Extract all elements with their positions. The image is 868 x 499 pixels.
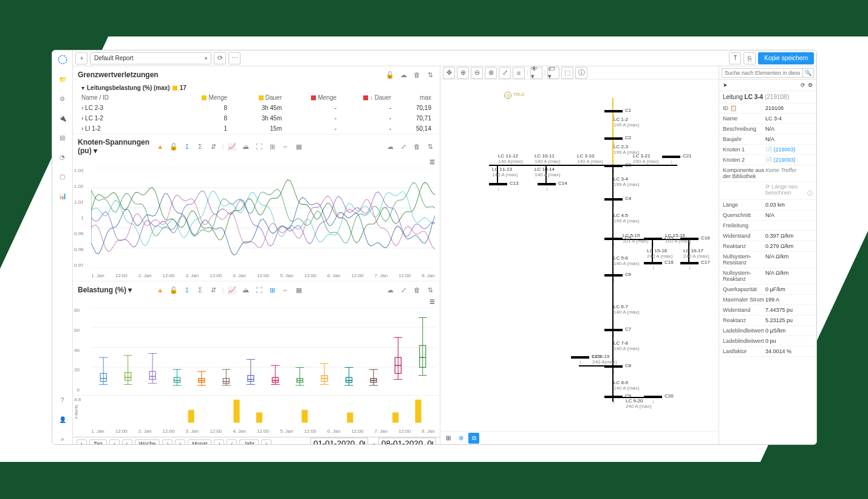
search-button[interactable]: 🔍	[803, 68, 814, 78]
alert-icon[interactable]: ▲	[155, 285, 165, 295]
monitor-icon[interactable]: ▢	[57, 171, 68, 182]
node-C20[interactable]: C20↓	[644, 396, 662, 398]
dist-chart-icon[interactable]: ⛶	[254, 285, 264, 295]
area-chart-icon[interactable]: ⛰	[241, 285, 250, 295]
expand-icon[interactable]: ⤢	[398, 142, 408, 151]
jahr-next[interactable]: ›	[261, 439, 272, 445]
area-chart-icon[interactable]: ⛰	[241, 142, 250, 151]
sigma-icon[interactable]: Σ	[196, 285, 205, 295]
tag-icon[interactable]: 🏷 ▾	[547, 67, 559, 79]
globe-view-button[interactable]: ⊕	[456, 433, 466, 444]
line-chart-icon[interactable]: 📈	[227, 285, 237, 295]
one-icon[interactable]: 1	[182, 285, 192, 295]
fit-icon[interactable]: ⤢	[499, 67, 511, 79]
menu-icon[interactable]: ☰	[429, 298, 435, 305]
tag-next[interactable]: ›	[109, 439, 120, 445]
cloud-download-icon[interactable]: ☁	[385, 142, 395, 151]
report-select[interactable]: Default Report	[90, 52, 211, 64]
select-icon[interactable]: ⬚	[561, 67, 573, 79]
node-C14[interactable]: C14↓	[538, 183, 556, 185]
cloud-download-icon[interactable]: ☁	[398, 70, 408, 80]
node-C2[interactable]: C2↓	[604, 137, 623, 140]
zoom-in-icon[interactable]: ⊕	[457, 67, 469, 79]
table-row[interactable]: › LC 2-383h 45m--70,19	[73, 103, 440, 113]
node-C5[interactable]: C5↓	[604, 238, 623, 240]
trash-icon[interactable]: 🗑	[412, 285, 422, 295]
unlock-icon[interactable]: 🔓	[169, 142, 179, 151]
monat-button[interactable]: Monat	[188, 439, 211, 445]
more-button[interactable]: ⋯	[228, 52, 241, 64]
grid-view-button[interactable]: ⊞	[443, 433, 454, 444]
node-C6[interactable]: C6↓	[604, 274, 623, 277]
table-icon[interactable]: ▦	[294, 142, 304, 151]
unlock-icon[interactable]: 🔓	[385, 70, 395, 80]
node-C21[interactable]: C21↓	[662, 156, 680, 158]
tree-view-button[interactable]: ⧉	[468, 433, 479, 444]
drag-icon[interactable]: ⇅	[425, 70, 435, 80]
cloud-download-icon[interactable]: ☁	[385, 285, 395, 295]
monat-prev[interactable]: ‹	[175, 439, 185, 445]
tag-button[interactable]: Tag	[89, 439, 107, 445]
collapse-icon[interactable]: »	[57, 433, 68, 444]
folder-icon[interactable]: 📁	[57, 74, 68, 84]
send-icon[interactable]: ➤	[723, 82, 728, 88]
monat-next[interactable]: ›	[214, 439, 224, 445]
export-button[interactable]: ⤒	[729, 52, 741, 64]
date-from-input[interactable]	[310, 438, 368, 444]
sort-icon[interactable]: ⇵	[209, 285, 219, 295]
save-copy-button[interactable]: Kopie speichern	[758, 52, 814, 64]
expand-icon[interactable]: ⤢	[398, 285, 408, 295]
layers-icon[interactable]: ≡	[513, 67, 525, 79]
app-logo-icon[interactable]	[57, 54, 68, 65]
eye-icon[interactable]: 👁 ▾	[530, 67, 542, 79]
one-icon[interactable]: 1	[182, 142, 192, 151]
node-C19[interactable]: C19↓	[571, 356, 589, 359]
gear-icon[interactable]: ⚙	[808, 82, 813, 88]
node-C9[interactable]: C9↓	[604, 396, 623, 398]
user-icon[interactable]: 👤	[57, 414, 68, 425]
node-C3[interactable]: C3↓	[604, 165, 623, 167]
clock-icon[interactable]: ◔	[57, 151, 68, 162]
copy-button[interactable]: ⎘	[743, 52, 756, 64]
pan-icon[interactable]: ✥	[443, 67, 455, 79]
network-icon[interactable]: ⚙	[57, 93, 68, 104]
node-C17[interactable]: C17↓	[680, 262, 699, 264]
node-C8[interactable]: C8↓	[604, 365, 623, 368]
box-chart-icon[interactable]: ⊞	[267, 142, 277, 151]
node-C1[interactable]: C1↓	[604, 110, 623, 112]
node-C18[interactable]: C18↓	[644, 262, 662, 264]
unlock-icon[interactable]: 🔓	[169, 285, 179, 295]
prev-button[interactable]: ‹	[77, 439, 87, 445]
violations-subtitle[interactable]: ▾ Leitungsbelastung (%) (max) 17	[73, 83, 440, 92]
node-C13[interactable]: C13↓	[489, 183, 507, 185]
jahr-prev[interactable]: ‹	[227, 439, 237, 445]
box-chart-icon[interactable]: ⊞	[267, 285, 277, 295]
search-input[interactable]	[722, 68, 803, 78]
sort-icon[interactable]: ⇵	[209, 142, 219, 151]
date-to-input[interactable]	[378, 438, 436, 444]
sigma-icon[interactable]: Σ	[196, 142, 205, 151]
line-chart-icon[interactable]: 📈	[227, 142, 237, 151]
drag-icon[interactable]: ⇅	[425, 142, 435, 151]
drag-icon[interactable]: ⇅	[425, 285, 435, 295]
woche-button[interactable]: Woche	[135, 439, 160, 445]
trash-icon[interactable]: 🗑	[412, 70, 422, 80]
chart-icon[interactable]: 📊	[57, 190, 68, 201]
help-icon[interactable]: ?	[57, 394, 68, 405]
table-row[interactable]: › LI 1-2115m--50,14	[73, 123, 440, 134]
trash-icon[interactable]: 🗑	[412, 142, 422, 151]
woche-prev[interactable]: ‹	[122, 439, 132, 445]
info-icon[interactable]: ⓘ	[575, 67, 587, 79]
zoom-reset-icon[interactable]: ⊗	[485, 67, 497, 79]
calc-icon[interactable]: ▤	[57, 132, 68, 143]
jahr-button[interactable]: Jahr	[239, 439, 259, 445]
step-chart-icon[interactable]: ⌐	[281, 142, 290, 151]
woche-next[interactable]: ›	[162, 439, 173, 445]
node-C7[interactable]: C7↓	[604, 329, 623, 331]
alert-icon[interactable]: ▲	[155, 142, 165, 151]
menu-icon[interactable]: ☰	[429, 159, 435, 165]
table-row[interactable]: › LC 1-283h 45m--70,71	[73, 113, 440, 123]
refresh-icon[interactable]: ⟳	[801, 82, 805, 88]
table-icon[interactable]: ▦	[294, 285, 304, 295]
network-diagram[interactable]: ⊙ TR-C C1↓C2↓C3↓C4↓C5↓C6↓C7↓C8↓C9↓C13↓C1…	[440, 80, 719, 431]
